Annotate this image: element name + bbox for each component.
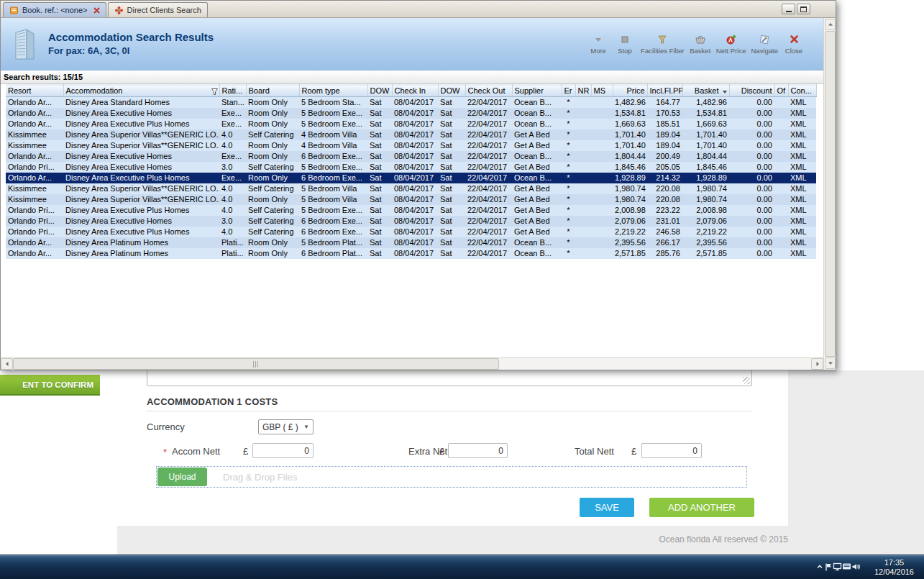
column-header[interactable]: Rati... bbox=[219, 85, 246, 97]
chevron-up-icon[interactable] bbox=[815, 562, 824, 572]
extra-nett-input[interactable] bbox=[448, 443, 508, 458]
column-header[interactable]: Accommodation bbox=[63, 85, 219, 97]
language-icon[interactable] bbox=[842, 562, 851, 572]
column-header[interactable]: Check Out bbox=[465, 85, 512, 97]
save-button[interactable]: SAVE bbox=[580, 498, 634, 517]
table-cell: Disney Area Executive Plus Homes bbox=[63, 173, 219, 183]
send-to-confirm-button[interactable]: ENT TO CONFIRM bbox=[0, 375, 100, 396]
table-cell: Sat bbox=[438, 129, 465, 140]
pax-subtitle: For pax: 6A, 3C, 0I bbox=[48, 45, 214, 58]
minimize-button[interactable] bbox=[782, 4, 795, 14]
column-header[interactable]: Resort bbox=[6, 85, 63, 97]
clock-date: 12/04/2016 bbox=[874, 567, 914, 577]
horizontal-scrollbar[interactable] bbox=[1, 357, 823, 370]
column-header[interactable]: NR bbox=[575, 85, 591, 97]
maximize-button[interactable] bbox=[797, 4, 810, 14]
table-row[interactable]: Orlando Pri...Disney Area Executive Home… bbox=[6, 216, 816, 227]
table-cell: Orlando Pri... bbox=[6, 216, 63, 227]
accom-nett-input[interactable] bbox=[252, 443, 314, 458]
table-row[interactable]: KissimmeeDisney Area Superior Villas**GE… bbox=[6, 183, 816, 194]
table-cell bbox=[575, 108, 591, 119]
table-cell: 08/04/2017 bbox=[392, 248, 438, 259]
table-row[interactable]: Orlando Ar...Disney Area Platinum HomesP… bbox=[6, 248, 816, 259]
column-header[interactable]: MS bbox=[591, 85, 613, 97]
table-cell: 1,701.40 bbox=[682, 140, 729, 151]
table-row[interactable]: Orlando Ar...Disney Area Executive Homes… bbox=[6, 151, 816, 162]
sort-desc-icon[interactable] bbox=[722, 88, 728, 96]
table-cell: Get A Bed bbox=[512, 205, 562, 216]
table-row[interactable]: KissimmeeDisney Area Superior Villas**GE… bbox=[6, 129, 816, 140]
column-header[interactable]: Room type bbox=[299, 85, 367, 97]
column-header[interactable]: Incl.Fl.PP bbox=[647, 85, 682, 97]
file-dropzone[interactable]: Upload Drag & Drop Files bbox=[156, 466, 747, 488]
table-cell: XML bbox=[788, 173, 816, 183]
toolbar-facilities-filter-button[interactable]: Facilities Filter bbox=[641, 34, 685, 55]
upload-button[interactable]: Upload bbox=[157, 468, 207, 486]
scroll-left-arrow[interactable] bbox=[1, 358, 13, 370]
table-cell: Room Only bbox=[246, 151, 299, 162]
column-header[interactable]: Con... bbox=[788, 85, 816, 97]
toolbar-nett-price-button[interactable]: Nett Price bbox=[716, 34, 746, 55]
currency-select[interactable]: GBP ( £ ) ▼ bbox=[258, 419, 314, 434]
table-row[interactable]: Orlando Ar...Disney Area Platinum HomesP… bbox=[6, 237, 816, 248]
column-header[interactable]: Board bbox=[246, 85, 299, 97]
column-header[interactable]: Supplier bbox=[512, 85, 562, 97]
scroll-right-arrow[interactable] bbox=[811, 358, 823, 370]
table-row[interactable]: Orlando Pri...Disney Area Executive Plus… bbox=[6, 227, 816, 237]
table-cell: 6 Bedroom Exe... bbox=[299, 227, 367, 237]
column-header[interactable]: Er bbox=[562, 85, 575, 97]
column-header[interactable]: Basket bbox=[682, 85, 729, 97]
table-cell: * bbox=[562, 216, 575, 227]
table-cell bbox=[575, 248, 591, 259]
table-cell: 266.17 bbox=[647, 237, 682, 248]
table-row[interactable]: Orlando Ar...Disney Area Executive Plus … bbox=[6, 173, 816, 183]
table-cell bbox=[774, 216, 788, 227]
flag-icon[interactable] bbox=[824, 562, 833, 572]
vertical-scrollbar[interactable] bbox=[823, 18, 836, 370]
column-header[interactable]: Check In bbox=[392, 85, 438, 97]
table-cell bbox=[774, 151, 788, 162]
table-row[interactable]: KissimmeeDisney Area Superior Villas**GE… bbox=[6, 140, 816, 151]
table-cell: Sat bbox=[367, 237, 392, 248]
column-header[interactable]: DOW bbox=[367, 85, 392, 97]
table-row[interactable]: Orlando Ar...Disney Area Executive Plus … bbox=[6, 119, 816, 129]
toolbar-close-button[interactable]: Close bbox=[783, 34, 805, 55]
tab-direct-clients-search[interactable]: Direct Clients Search bbox=[108, 2, 208, 17]
tab-booking-ref[interactable]: Book. ref.: <none> bbox=[3, 2, 106, 17]
table-row[interactable]: KissimmeeDisney Area Superior Villas**GE… bbox=[6, 194, 816, 205]
table-row[interactable]: Orlando Ar...Disney Area Executive Homes… bbox=[6, 108, 816, 119]
table-cell: 164.77 bbox=[647, 97, 682, 109]
scrollbar-thumb[interactable] bbox=[825, 31, 836, 357]
table-cell: Stan... bbox=[219, 97, 246, 109]
add-another-button[interactable]: ADD ANOTHER bbox=[649, 498, 754, 517]
taskbar-clock[interactable]: 17:35 12/04/2016 bbox=[869, 558, 920, 577]
volume-icon[interactable] bbox=[851, 562, 861, 572]
table-row[interactable]: Orlando Pri...Disney Area Executive Home… bbox=[6, 162, 816, 173]
column-header[interactable]: Of bbox=[774, 85, 788, 97]
network-icon[interactable] bbox=[833, 562, 842, 572]
resize-grip[interactable] bbox=[743, 377, 750, 384]
toolbar-stop-button[interactable]: Stop bbox=[614, 34, 636, 55]
taskbar[interactable]: 17:35 12/04/2016 bbox=[0, 555, 924, 579]
scrollbar-thumb[interactable] bbox=[13, 358, 499, 370]
table-row[interactable]: Orlando Ar...Disney Area Standard HomesS… bbox=[6, 97, 816, 109]
scrollbar-track[interactable] bbox=[13, 358, 811, 370]
close-tab-icon[interactable] bbox=[93, 7, 100, 14]
section-divider bbox=[147, 411, 752, 411]
scroll-up-arrow[interactable] bbox=[825, 19, 836, 30]
toolbar-basket-button[interactable]: Basket bbox=[690, 34, 711, 55]
column-header[interactable]: Discount bbox=[729, 85, 774, 97]
column-header[interactable]: Price bbox=[613, 85, 647, 97]
toolbar-more-button[interactable]: More bbox=[587, 34, 609, 55]
table-cell: 189.04 bbox=[647, 140, 682, 151]
column-label: Room type bbox=[302, 86, 340, 95]
total-nett-input[interactable] bbox=[641, 443, 702, 458]
table-row[interactable]: Orlando Pri...Disney Area Executive Plus… bbox=[6, 205, 816, 216]
table-cell: Sat bbox=[367, 205, 392, 216]
scroll-down-arrow[interactable] bbox=[825, 357, 836, 369]
table-cell: 1,701.40 bbox=[682, 129, 729, 140]
toolbar-navigate-button[interactable]: Navigate bbox=[751, 34, 779, 55]
column-header[interactable]: DOW bbox=[438, 85, 465, 97]
table-cell: XML bbox=[788, 129, 816, 140]
filter-icon[interactable] bbox=[211, 88, 218, 96]
